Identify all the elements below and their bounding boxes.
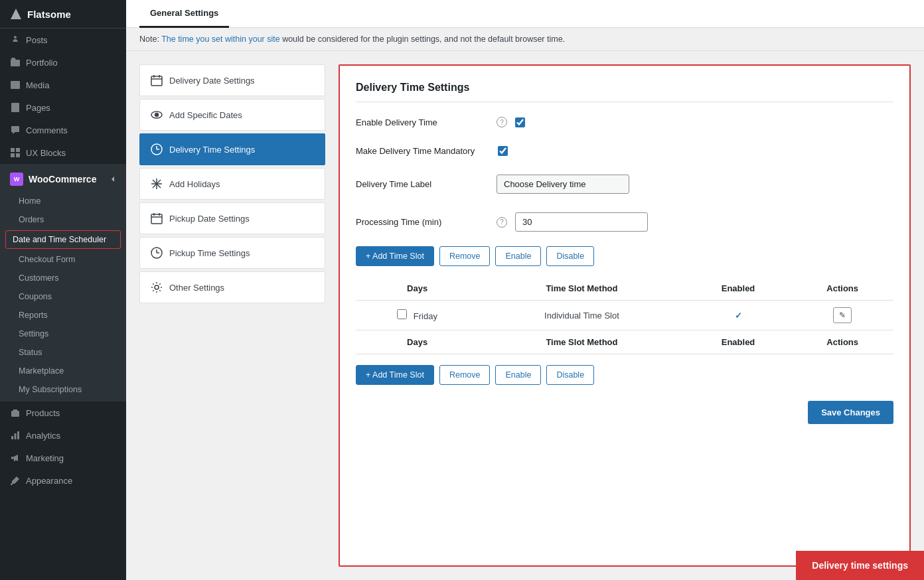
col-method-1: Time Slot Method — [479, 277, 685, 301]
folder-icon — [10, 57, 21, 68]
calendar-icon — [151, 74, 163, 86]
save-changes-button[interactable]: Save Changes — [808, 401, 893, 424]
box-icon — [10, 407, 21, 418]
woo-icon: W — [10, 173, 23, 186]
sidebar-sub-item-customers[interactable]: Customers — [0, 269, 126, 287]
col-actions-2: Actions — [791, 330, 893, 354]
snowflake-icon — [151, 178, 163, 190]
grid-icon — [10, 147, 21, 158]
make-mandatory-label: Make Delivery Time Mandatory — [356, 146, 489, 156]
table-row: Friday Individual Time Slot ✓ ✎ — [356, 301, 893, 330]
sidebar-sub-item-status[interactable]: Status — [0, 343, 126, 362]
sidebar-sub-item-date-time[interactable]: Date and Time Scheduler — [5, 230, 121, 249]
enable-btn-top[interactable]: Enable — [495, 246, 541, 266]
delivery-time-label-input[interactable] — [497, 175, 629, 194]
megaphone-icon — [10, 453, 21, 463]
left-menu-delivery-date[interactable]: Delivery Date Settings — [139, 64, 325, 96]
sidebar-item-marketing[interactable]: Marketing — [0, 447, 126, 469]
eye-icon — [151, 109, 163, 121]
sidebar-logo[interactable]: Flatsome — [0, 0, 126, 29]
note-bar: Note: The time you set within your site … — [126, 28, 924, 51]
sidebar-item-pages[interactable]: Pages — [0, 96, 126, 119]
enable-delivery-time-help[interactable]: ? — [497, 117, 507, 127]
remove-btn-top[interactable]: Remove — [439, 246, 491, 266]
sidebar-item-appearance[interactable]: Appearance — [0, 469, 126, 492]
flatsome-icon — [10, 8, 22, 20]
left-menu-add-holidays[interactable]: Add Holidays — [139, 168, 325, 200]
row-day: Friday — [414, 311, 437, 321]
left-menu-pickup-time[interactable]: Pickup Time Settings — [139, 237, 325, 269]
left-menu-pickup-date[interactable]: Pickup Date Settings — [139, 202, 325, 234]
sidebar-sub-item-marketplace[interactable]: Marketplace — [0, 362, 126, 380]
chart-icon — [10, 430, 21, 441]
enable-delivery-time-row: Enable Delivery Time ? — [356, 113, 893, 131]
svg-rect-11 — [11, 153, 15, 157]
sidebar: Flatsome Posts Portfolio Media Pages Com… — [0, 0, 126, 580]
svg-rect-16 — [11, 436, 13, 439]
add-time-slot-btn-top[interactable]: + Add Time Slot — [356, 246, 434, 266]
remove-btn-bottom[interactable]: Remove — [439, 365, 491, 385]
sidebar-sub-item-my-subscriptions[interactable]: My Subscriptions — [0, 380, 126, 399]
delivery-time-label-row: Delivery Time Label — [356, 171, 893, 198]
sidebar-sub-item-checkout-form[interactable]: Checkout Form — [0, 250, 126, 269]
pickup-calendar-icon — [151, 212, 163, 224]
sidebar-item-portfolio[interactable]: Portfolio — [0, 51, 126, 74]
sidebar-sub-item-orders[interactable]: Orders — [0, 210, 126, 229]
enable-btn-bottom[interactable]: Enable — [495, 365, 541, 385]
sidebar-item-posts[interactable]: Posts — [0, 29, 126, 51]
row-enabled: ✓ — [685, 301, 792, 330]
sidebar-item-ux-blocks[interactable]: UX Blocks — [0, 141, 126, 164]
disable-btn-bottom[interactable]: Disable — [546, 365, 594, 385]
make-mandatory-row: Make Delivery Time Mandatory — [356, 142, 893, 160]
sidebar-sub-item-reports[interactable]: Reports — [0, 306, 126, 325]
svg-marker-0 — [11, 9, 21, 19]
make-mandatory-checkbox[interactable] — [498, 146, 508, 156]
processing-time-input[interactable] — [515, 212, 648, 232]
delivery-time-label-label: Delivery Time Label — [356, 179, 489, 189]
processing-time-row: Processing Time (min) ? — [356, 208, 893, 236]
chevron-left-icon — [110, 176, 116, 182]
col-enabled-2: Enabled — [685, 330, 792, 354]
disable-btn-top[interactable]: Disable — [546, 246, 594, 266]
left-menu-other-settings[interactable]: Other Settings — [139, 271, 325, 303]
note-suffix: would be considered for the plugin setti… — [280, 35, 565, 44]
btn-row-bottom: + Add Time Slot Remove Enable Disable — [356, 365, 893, 385]
col-actions-1: Actions — [791, 277, 893, 301]
svg-marker-13 — [112, 177, 114, 182]
sidebar-sub-item-coupons[interactable]: Coupons — [0, 287, 126, 306]
edit-btn[interactable]: ✎ — [833, 307, 852, 323]
sidebar-sub-item-home[interactable]: Home — [0, 192, 126, 210]
sidebar-sub-item-settings[interactable]: Settings — [0, 325, 126, 343]
svg-rect-33 — [151, 214, 162, 224]
brush-icon — [10, 475, 21, 486]
add-time-slot-btn-bottom[interactable]: + Add Time Slot — [356, 365, 434, 385]
time-slot-table: Days Time Slot Method Enabled Actions Fr… — [356, 277, 893, 354]
sidebar-item-media[interactable]: Media — [0, 74, 126, 96]
processing-time-help[interactable]: ? — [497, 217, 507, 228]
row-checkbox[interactable] — [397, 309, 407, 319]
sidebar-item-products[interactable]: Products — [0, 401, 126, 424]
row-method: Individual Time Slot — [479, 301, 685, 330]
left-menu-add-specific-dates[interactable]: Add Specific Dates — [139, 99, 325, 131]
woocommerce-title[interactable]: W WooCommerce — [0, 167, 126, 192]
svg-rect-17 — [15, 433, 17, 439]
content-area: Delivery Date Settings Add Specific Date… — [126, 51, 924, 580]
clock-active-icon — [151, 143, 163, 155]
panel-title: Delivery Time Settings — [356, 82, 893, 102]
enable-delivery-time-checkbox[interactable] — [515, 117, 525, 127]
left-menu-delivery-time-settings[interactable]: Delivery Time Settings — [139, 133, 325, 165]
note-link[interactable]: The time you set within your site — [161, 35, 280, 44]
svg-rect-9 — [11, 148, 15, 152]
col-days-1: Days — [356, 277, 479, 301]
tab-general-settings[interactable]: General Settings — [139, 0, 229, 28]
btn-row-top: + Add Time Slot Remove Enable Disable — [356, 246, 893, 266]
main-content: General Settings Note: The time you set … — [126, 0, 924, 580]
pin-icon — [10, 35, 21, 45]
enable-delivery-time-label: Enable Delivery Time — [356, 117, 489, 127]
tab-bar: General Settings — [126, 0, 924, 28]
sidebar-item-analytics[interactable]: Analytics — [0, 424, 126, 447]
sidebar-item-comments[interactable]: Comments — [0, 119, 126, 141]
gear-icon — [151, 281, 163, 293]
svg-point-19 — [11, 483, 13, 485]
woocommerce-section: W WooCommerce Home Orders Date and Time … — [0, 164, 126, 401]
